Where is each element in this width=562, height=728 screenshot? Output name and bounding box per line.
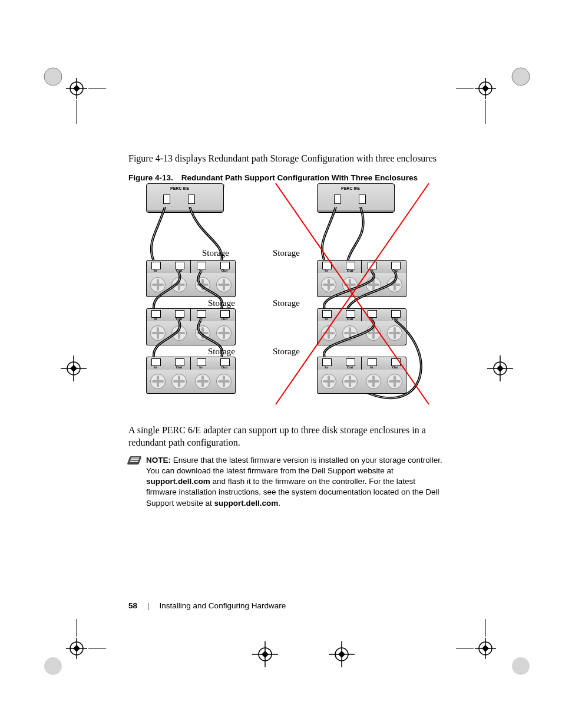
page-footer: 58 | Installing and Configuring Hardware	[128, 601, 286, 610]
cable	[134, 207, 252, 266]
card-port	[163, 195, 170, 204]
invalid-x-icon	[270, 180, 435, 416]
storage-label: Storage	[208, 347, 235, 357]
svg-marker-34	[262, 651, 269, 658]
crop-mark-bl	[35, 619, 106, 690]
reg-mark-left	[50, 345, 97, 392]
note-label: NOTE:	[146, 456, 171, 465]
reg-mark-bottom-1	[242, 637, 289, 672]
note-icon	[127, 456, 141, 465]
svg-marker-19	[70, 365, 77, 372]
intro-text: Figure 4-13 displays Redundant path Stor…	[128, 152, 447, 165]
card-port	[188, 195, 195, 204]
reg-mark-bottom-2	[318, 637, 365, 672]
page-number: 58	[128, 601, 137, 610]
svg-marker-38	[338, 651, 345, 658]
svg-point-13	[512, 68, 530, 85]
figure-diagram: SERVER PERC 6/E Storage In Out In	[128, 183, 447, 419]
storage-enclosure: In Out In Out	[146, 357, 234, 395]
perc-label: PERC 6/E	[170, 186, 189, 190]
svg-point-43	[512, 657, 530, 675]
storage-label: Storage	[202, 248, 229, 258]
crop-mark-tl	[35, 59, 106, 130]
note-link: support.dell.com	[146, 477, 210, 486]
body-paragraph: A single PERC 6/E adapter can support up…	[128, 424, 447, 449]
reg-mark-right	[477, 345, 524, 392]
section-title: Installing and Configuring Hardware	[160, 601, 286, 610]
svg-marker-42	[482, 645, 489, 652]
crop-mark-tr	[456, 59, 538, 130]
crop-mark-br	[456, 619, 538, 690]
note-link: support.dell.com	[214, 499, 279, 508]
note-text: .	[278, 499, 280, 508]
svg-point-28	[44, 657, 62, 675]
svg-marker-11	[482, 85, 489, 92]
note-text: Ensure that the latest firmware version …	[146, 456, 442, 475]
svg-point-1	[44, 68, 62, 85]
svg-marker-27	[73, 645, 80, 652]
note-block: NOTE: Ensure that the latest firmware ve…	[128, 455, 447, 509]
figure-number: Figure 4-13.	[128, 173, 173, 182]
svg-marker-5	[73, 85, 80, 92]
storage-label: Storage	[208, 298, 235, 308]
svg-marker-23	[497, 365, 504, 372]
